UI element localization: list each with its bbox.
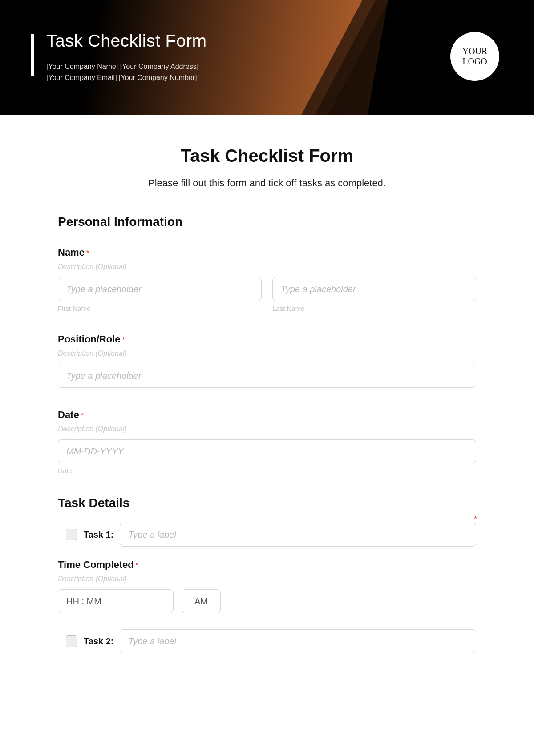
section-task-details: Task Details xyxy=(58,496,476,510)
form-body: Task Checklist Form Please fill out this… xyxy=(0,115,534,684)
logo-placeholder: YOUR LOGO xyxy=(450,32,499,81)
task-1-checkbox[interactable] xyxy=(66,529,77,540)
accent-bar xyxy=(31,34,34,76)
field-time-completed: Time Completed* Description (Optional) H… xyxy=(58,559,476,613)
field-position: Position/Role* Description (Optional) xyxy=(58,334,476,388)
banner-company-line2: [Your Company Email] [Your Company Numbe… xyxy=(46,72,207,84)
header-banner: Task Checklist Form [Your Company Name] … xyxy=(0,0,534,115)
task-row-1: Task 1: * xyxy=(66,523,476,547)
banner-company-line1: [Your Company Name] [Your Company Addres… xyxy=(46,61,207,72)
task-2-prefix: Task 2: xyxy=(84,636,113,647)
page-intro: Please fill out this form and tick off t… xyxy=(58,177,476,189)
date-sublabel: Date xyxy=(58,467,476,475)
position-input[interactable] xyxy=(58,364,476,388)
task-2-label-input[interactable] xyxy=(120,629,476,653)
first-name-input[interactable] xyxy=(58,277,262,301)
task-1-prefix: Task 1: xyxy=(84,530,113,540)
time-ampm-select[interactable]: AM xyxy=(182,589,221,613)
name-desc: Description (Optional) xyxy=(58,263,476,271)
section-personal-info: Personal Information xyxy=(58,215,476,229)
field-name: Name* Description (Optional) First Name … xyxy=(58,247,476,312)
field-date: Date* Description (Optional) Date xyxy=(58,409,476,475)
date-label: Date xyxy=(58,409,79,420)
time-input[interactable]: HH : MM xyxy=(58,589,174,613)
required-mark: * xyxy=(86,249,89,257)
required-mark: * xyxy=(81,412,84,419)
date-desc: Description (Optional) xyxy=(58,425,476,433)
task-1-label-input[interactable] xyxy=(120,523,476,547)
position-label: Position/Role xyxy=(58,334,121,345)
required-mark: * xyxy=(122,336,125,344)
last-name-input[interactable] xyxy=(272,277,476,301)
first-name-sublabel: First Name xyxy=(58,305,262,312)
required-mark: * xyxy=(136,562,138,569)
position-desc: Description (Optional) xyxy=(58,350,476,358)
banner-title: Task Checklist Form xyxy=(46,31,207,51)
task-row-2: Task 2: xyxy=(66,629,476,653)
page-title: Task Checklist Form xyxy=(58,146,476,166)
task-2-checkbox[interactable] xyxy=(66,635,77,647)
last-name-sublabel: Last Name xyxy=(272,305,476,312)
name-label: Name xyxy=(58,247,85,258)
time-label: Time Completed xyxy=(58,559,134,570)
required-mark: * xyxy=(474,515,477,524)
date-input[interactable] xyxy=(58,439,476,463)
time-desc: Description (Optional) xyxy=(58,575,476,583)
